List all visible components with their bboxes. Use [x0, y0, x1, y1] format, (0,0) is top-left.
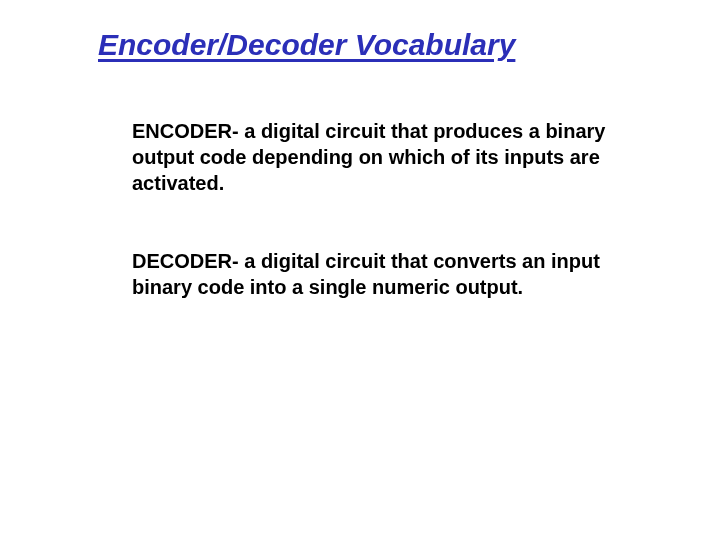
- decoder-definition: DECODER- a digital circuit that converts…: [98, 248, 660, 300]
- encoder-definition: ENCODER- a digital circuit that produces…: [98, 118, 660, 196]
- slide-container: Encoder/Decoder Vocabulary ENCODER- a di…: [0, 0, 720, 540]
- slide-title: Encoder/Decoder Vocabulary: [98, 28, 660, 62]
